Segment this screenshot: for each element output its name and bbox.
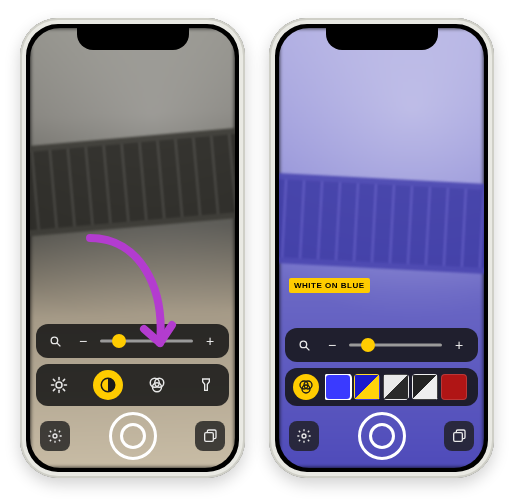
zoom-in-button[interactable]: + [199,330,221,352]
svg-point-0 [51,337,58,344]
magnifier-controls: − + [285,328,478,462]
svg-line-7 [53,379,55,381]
zoom-slider-thumb[interactable] [361,338,375,352]
screen-left: − + [30,28,235,468]
svg-point-2 [56,382,62,388]
filter-swatch-red[interactable] [441,374,467,400]
filter-swatch-grayscale[interactable] [383,374,409,400]
notch [326,28,438,50]
zoom-slider[interactable] [349,337,442,353]
notch [77,28,189,50]
filter-swatch-white-on-blue[interactable] [325,374,351,400]
mode-panel [36,364,229,406]
active-filter-label: WHITE ON BLUE [289,278,370,293]
phone-mockups: − + [0,0,515,496]
svg-line-8 [63,389,65,391]
flashlight-button[interactable] [191,370,221,400]
filter-swatch-strip[interactable] [325,374,470,400]
bottom-controls [285,412,478,462]
svg-point-22 [302,434,306,438]
filters-panel [285,368,478,406]
filters-button[interactable] [293,374,319,400]
zoom-panel: − + [36,324,229,358]
filters-button[interactable] [142,370,172,400]
zoom-slider[interactable] [100,333,193,349]
svg-line-10 [63,379,65,381]
shutter-button[interactable] [109,412,157,460]
phone-left: − + [20,18,245,478]
svg-point-15 [53,434,57,438]
magnifier-icon [293,334,315,356]
zoom-in-button[interactable]: + [448,334,470,356]
settings-button[interactable] [40,421,70,451]
zoom-out-button[interactable]: − [72,330,94,352]
contrast-button[interactable] [93,370,123,400]
zoom-panel: − + [285,328,478,362]
magnifier-icon [44,330,66,352]
svg-point-17 [300,341,307,348]
brightness-button[interactable] [44,370,74,400]
multi-capture-button[interactable] [444,421,474,451]
shutter-button[interactable] [358,412,406,460]
screen-right: WHITE ON BLUE − + [279,28,484,468]
magnifier-controls: − + [36,324,229,462]
bottom-controls [36,412,229,462]
svg-line-9 [53,389,55,391]
svg-line-1 [57,343,60,346]
zoom-out-button[interactable]: − [321,334,343,356]
svg-line-18 [306,347,309,350]
svg-rect-16 [205,433,214,442]
settings-button[interactable] [289,421,319,451]
phone-right: WHITE ON BLUE − + [269,18,494,478]
svg-rect-23 [454,433,463,442]
filter-swatch-yellow-on-blue[interactable] [354,374,380,400]
multi-capture-button[interactable] [195,421,225,451]
zoom-slider-thumb[interactable] [112,334,126,348]
filter-swatch-inverted[interactable] [412,374,438,400]
viewfinder-keyboard [279,172,484,275]
